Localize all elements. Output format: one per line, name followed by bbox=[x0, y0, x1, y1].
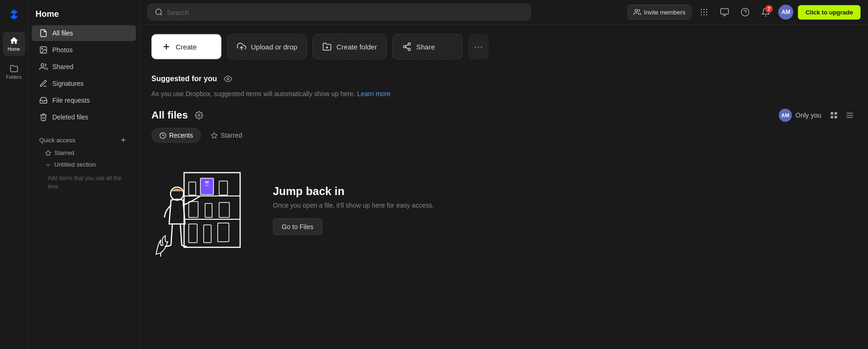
svg-point-13 bbox=[704, 12, 705, 13]
dropbox-logo[interactable] bbox=[6, 6, 22, 22]
jump-back-section: Jump back in Once you open a file, it'll… bbox=[151, 154, 857, 266]
create-button[interactable]: Create bbox=[151, 34, 221, 59]
jump-back-title: Jump back in bbox=[273, 185, 434, 198]
list-view-icon bbox=[846, 111, 854, 119]
quick-access-label: Quick access bbox=[39, 137, 75, 144]
apps-button[interactable] bbox=[696, 4, 712, 20]
notifications-button[interactable]: 7 bbox=[758, 4, 774, 20]
upgrade-button[interactable]: Click to upgrade bbox=[798, 5, 861, 20]
sidebar-sub-item-starred[interactable]: Starred bbox=[36, 147, 132, 159]
learn-more-link[interactable]: Learn more bbox=[357, 90, 391, 98]
svg-point-15 bbox=[701, 14, 702, 16]
upload-label: Upload or drop bbox=[251, 43, 297, 51]
files-header: All files AM Only you bbox=[151, 108, 857, 122]
suggested-title: Suggested for you bbox=[151, 75, 217, 83]
svg-marker-43 bbox=[212, 133, 218, 138]
files-header-right: AM Only you bbox=[779, 108, 857, 122]
svg-point-30 bbox=[408, 48, 410, 50]
search-icon bbox=[155, 8, 163, 16]
topbar: Search Invite members 7 AM Click to upgr bbox=[140, 0, 868, 25]
svg-rect-37 bbox=[831, 116, 833, 119]
svg-rect-38 bbox=[835, 116, 837, 119]
monitor-button[interactable] bbox=[717, 4, 733, 20]
only-you-label: Only you bbox=[796, 112, 821, 119]
svg-point-2 bbox=[41, 63, 44, 66]
grid-view-button[interactable] bbox=[827, 108, 841, 122]
svg-point-9 bbox=[701, 9, 702, 10]
people-icon bbox=[633, 8, 641, 16]
sidebar-item-shared[interactable]: Shared bbox=[32, 59, 136, 75]
sidebar-item-folders[interactable]: Folders bbox=[3, 60, 25, 84]
user-avatar[interactable]: AM bbox=[778, 5, 793, 20]
star-icon bbox=[211, 132, 218, 139]
svg-rect-55 bbox=[189, 224, 197, 243]
svg-point-6 bbox=[156, 9, 161, 14]
jump-back-illustration bbox=[151, 163, 254, 257]
grid-view-icon bbox=[830, 111, 838, 119]
svg-rect-50 bbox=[219, 181, 228, 195]
tab-recents-label: Recents bbox=[169, 132, 193, 139]
svg-point-1 bbox=[42, 48, 43, 49]
svg-point-11 bbox=[706, 9, 708, 10]
svg-point-21 bbox=[741, 8, 749, 16]
sidebar-item-deleted-files-label: Deleted files bbox=[52, 113, 88, 121]
svg-point-14 bbox=[706, 12, 708, 13]
svg-line-31 bbox=[406, 47, 408, 49]
suggested-visibility-button[interactable] bbox=[221, 72, 235, 85]
svg-point-8 bbox=[635, 9, 638, 12]
upload-button[interactable]: Upload or drop bbox=[227, 34, 307, 59]
sidebar-item-home[interactable]: Home bbox=[3, 32, 25, 56]
svg-point-29 bbox=[403, 46, 406, 48]
sidebar-item-file-requests[interactable]: File requests bbox=[32, 92, 136, 108]
sidebar-item-deleted-files[interactable]: Deleted files bbox=[32, 109, 136, 125]
sidebar-item-signatures[interactable]: Signatures bbox=[32, 76, 136, 91]
plus-icon bbox=[162, 42, 171, 51]
svg-point-16 bbox=[704, 14, 705, 16]
sidebar-item-photos-label: Photos bbox=[52, 46, 73, 54]
svg-point-28 bbox=[408, 43, 410, 45]
go-to-files-button[interactable]: Go to Files bbox=[273, 218, 322, 235]
svg-rect-35 bbox=[831, 112, 833, 114]
svg-rect-48 bbox=[205, 181, 209, 183]
tab-starred-label: Starred bbox=[221, 132, 242, 139]
tab-recents[interactable]: Recents bbox=[151, 128, 201, 143]
create-label: Create bbox=[176, 43, 197, 51]
share-label: Share bbox=[416, 43, 435, 51]
topbar-right: Invite members 7 AM Click to upgrade bbox=[627, 4, 861, 20]
more-actions-button[interactable]: ⋯ bbox=[468, 34, 489, 59]
svg-rect-52 bbox=[189, 202, 198, 217]
more-dots: ⋯ bbox=[474, 41, 483, 52]
folder-plus-icon bbox=[322, 42, 332, 51]
sidebar-item-photos[interactable]: Photos bbox=[32, 42, 136, 58]
help-button[interactable] bbox=[737, 4, 753, 20]
eye-icon bbox=[224, 75, 232, 83]
help-icon bbox=[740, 7, 750, 17]
files-title-row: All files bbox=[151, 109, 206, 122]
share-button[interactable]: Share bbox=[392, 34, 462, 59]
clock-icon bbox=[159, 132, 166, 139]
invite-members-button[interactable]: Invite members bbox=[627, 5, 691, 20]
sidebar: Home All files Photos Shared Signatures … bbox=[28, 0, 140, 349]
svg-rect-49 bbox=[205, 185, 209, 186]
search-bar[interactable]: Search bbox=[148, 4, 531, 21]
list-view-button[interactable] bbox=[843, 108, 857, 122]
tab-starred[interactable]: Starred bbox=[203, 128, 250, 143]
files-user-avatar: AM bbox=[779, 109, 792, 122]
suggested-description: As you use Dropbox, suggested items will… bbox=[151, 89, 857, 99]
starred-label: Starred bbox=[54, 149, 74, 156]
sidebar-title: Home bbox=[28, 6, 140, 25]
svg-point-34 bbox=[198, 114, 200, 117]
quick-access-section: Quick access Starred Untitled section Ad… bbox=[28, 133, 140, 195]
sidebar-item-all-files-label: All files bbox=[52, 29, 73, 37]
files-settings-button[interactable] bbox=[192, 109, 206, 122]
sidebar-item-file-requests-label: File requests bbox=[52, 97, 90, 104]
svg-point-10 bbox=[704, 9, 705, 10]
svg-rect-54 bbox=[219, 202, 229, 217]
create-folder-button[interactable]: Create folder bbox=[313, 34, 387, 59]
quick-access-add-button[interactable] bbox=[118, 135, 128, 145]
grid-icon bbox=[699, 7, 709, 17]
quick-access-header[interactable]: Quick access bbox=[36, 133, 132, 147]
sidebar-item-all-files[interactable]: All files bbox=[32, 25, 136, 41]
gear-icon bbox=[195, 111, 203, 119]
sidebar-sub-item-untitled-section[interactable]: Untitled section bbox=[36, 159, 132, 170]
